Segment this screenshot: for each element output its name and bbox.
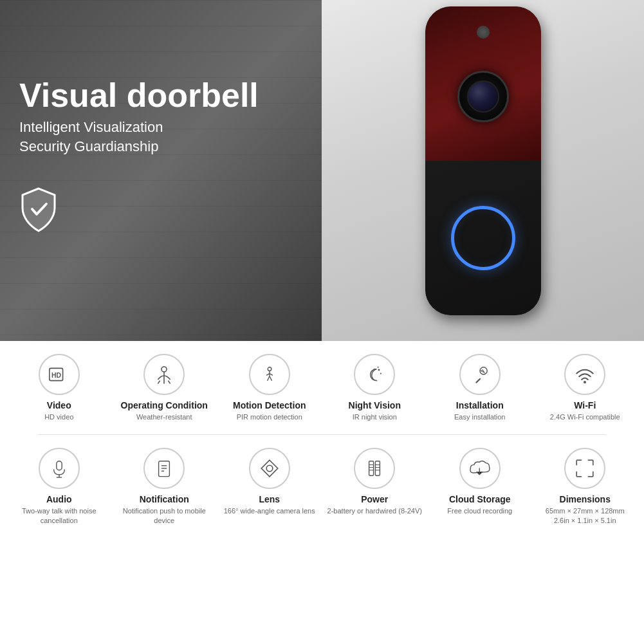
left-panel: Visual doorbell Intelligent Visualizatio… [0, 0, 322, 341]
audio-icon [39, 448, 80, 489]
motion-icon [249, 354, 290, 395]
motion-title: Motion Detection [233, 400, 306, 410]
svg-text:HD: HD [51, 372, 62, 379]
svg-point-6 [268, 367, 271, 371]
operating-icon [143, 354, 185, 395]
svg-rect-27 [376, 461, 380, 475]
svg-point-2 [161, 367, 167, 372]
hero-subtitle2: Security Guardianship [19, 138, 259, 155]
feature-notification: NotificationNotification push to mobile … [115, 448, 214, 525]
feature-dimensions: Dimensions65mm × 27mm × 128mm 2.6in × 1.… [535, 448, 635, 525]
svg-line-10 [267, 376, 270, 381]
night-desc: IR night vision [353, 412, 397, 421]
doorbell-body [425, 6, 541, 315]
svg-point-14 [378, 367, 379, 368]
hero-title: Visual doorbell [19, 77, 259, 114]
lens-desc: 166° wide-angle camera lens [224, 506, 315, 515]
installation-icon [459, 354, 501, 395]
cloud-title: Cloud Storage [449, 494, 511, 504]
svg-line-3 [158, 381, 160, 384]
night-icon [354, 354, 395, 395]
svg-line-9 [270, 374, 273, 376]
notification-icon [143, 448, 185, 489]
doorbell-bottom [425, 161, 541, 315]
operating-title: Operating Condition [121, 400, 208, 410]
doorbell-ring-button[interactable] [451, 206, 515, 270]
lens-title: Lens [259, 494, 280, 504]
svg-rect-26 [369, 461, 374, 475]
feature-video: HDVideoHD video [9, 354, 109, 421]
feature-night: Night VisionIR night vision [325, 354, 425, 421]
dimensions-desc: 65mm × 27mm × 128mm 2.6in × 1.1in × 5.1i… [546, 506, 625, 525]
camera-lens-outer [457, 71, 509, 122]
notification-desc: Notification push to mobile device [115, 506, 214, 525]
feature-power: Power2-battery or hardwired (8-24V) [325, 448, 425, 515]
hero-section: Visual doorbell Intelligent Visualizatio… [0, 0, 644, 341]
svg-line-16 [476, 379, 480, 383]
dimensions-title: Dimensions [560, 494, 611, 504]
video-icon: HD [39, 354, 80, 395]
wifi-icon [564, 354, 605, 395]
video-title: Video [47, 400, 71, 410]
camera-lens-inner [467, 80, 499, 113]
installation-title: Installation [456, 400, 504, 410]
ir-sensor [477, 26, 490, 39]
power-icon [354, 448, 395, 489]
dimensions-icon [564, 448, 605, 489]
power-title: Power [361, 494, 388, 504]
feature-cloud: Cloud StorageFree cloud recording [430, 448, 529, 515]
svg-point-12 [378, 369, 380, 371]
wifi-desc: 2.4G Wi-Fi compatible [550, 412, 620, 421]
audio-title: Audio [46, 494, 72, 504]
hero-text: Visual doorbell Intelligent Visualizatio… [19, 77, 259, 235]
doorbell-top [425, 6, 541, 161]
svg-point-17 [584, 381, 586, 383]
svg-line-8 [266, 374, 270, 376]
features-row-2: AudioTwo-way talk with noise cancellatio… [6, 448, 638, 525]
cloud-desc: Free cloud recording [447, 506, 512, 515]
shield-icon [19, 187, 58, 232]
operating-desc: Weather-resistant [136, 412, 192, 421]
hero-subtitle1: Intelligent Visualization [19, 119, 259, 136]
notification-title: Notification [140, 494, 189, 504]
night-title: Night Vision [349, 400, 401, 410]
feature-operating: Operating ConditionWeather-resistant [115, 354, 214, 421]
svg-line-11 [270, 376, 272, 381]
features-row-1: HDVideoHD videoOperating ConditionWeathe… [6, 354, 638, 421]
wifi-title: Wi-Fi [574, 400, 596, 410]
row-divider [38, 434, 606, 435]
svg-point-13 [380, 373, 382, 374]
motion-desc: PIR motion detection [237, 412, 302, 421]
doorbell-device [419, 0, 547, 341]
svg-point-25 [266, 465, 273, 472]
feature-motion: Motion DetectionPIR motion detection [219, 354, 319, 421]
feature-lens: Lens166° wide-angle camera lens [219, 448, 319, 515]
lens-icon [249, 448, 290, 489]
feature-audio: AudioTwo-way talk with noise cancellatio… [9, 448, 109, 525]
video-desc: HD video [44, 412, 73, 421]
installation-desc: Easy installation [454, 412, 506, 421]
feature-installation: InstallationEasy installation [430, 354, 529, 421]
svg-line-4 [169, 381, 170, 384]
power-desc: 2-battery or hardwired (8-24V) [327, 506, 422, 515]
audio-desc: Two-way talk with noise cancellation [9, 506, 109, 525]
features-section: HDVideoHD videoOperating ConditionWeathe… [0, 341, 644, 644]
cloud-icon [459, 448, 501, 489]
right-panel [322, 0, 644, 341]
feature-wifi: Wi-Fi2.4G Wi-Fi compatible [535, 354, 635, 421]
svg-rect-18 [57, 461, 62, 470]
